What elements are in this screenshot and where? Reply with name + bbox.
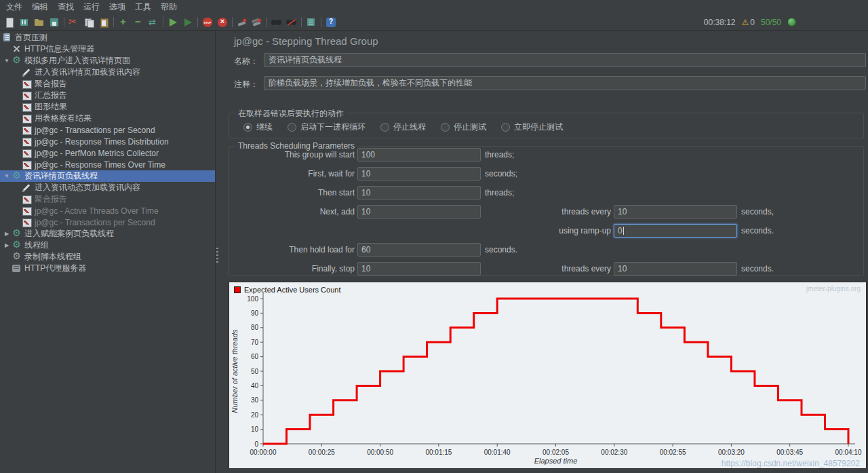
error-action-radio-1[interactable]: 启动下一进程循环 <box>288 121 366 133</box>
menu-item-0[interactable]: 文件 <box>1 0 27 14</box>
tree-item[interactable]: HTTP代理服务器 <box>0 263 215 274</box>
new-icon <box>4 17 15 28</box>
menu-item-5[interactable]: 工具 <box>130 0 156 14</box>
collapse-all-icon <box>133 17 144 28</box>
help-button[interactable] <box>323 16 338 29</box>
tree-item[interactable]: jp@gc - PerfMon Metrics Collector <box>0 147 215 159</box>
stop-button[interactable] <box>200 16 215 29</box>
start-no-pauses-button[interactable] <box>180 16 195 29</box>
cut-button[interactable] <box>66 16 81 29</box>
clear-button[interactable] <box>235 16 250 29</box>
collapse-arrow-icon[interactable]: ▼ <box>2 173 12 179</box>
proxy-icon <box>12 263 22 273</box>
paste-button[interactable] <box>96 16 111 29</box>
tree-item-label: jp@gc - Response Times Over Time <box>35 160 165 170</box>
tree-item[interactable]: 聚合报告 <box>0 193 215 205</box>
toolbar-separator <box>163 17 163 27</box>
toggle-button[interactable] <box>146 16 161 29</box>
scheduling-field[interactable]: 10 <box>614 205 737 219</box>
scheduling-field[interactable]: 60 <box>357 243 481 257</box>
collapse-all-button[interactable] <box>131 16 146 29</box>
tree-item[interactable]: jp@gc - Response Times Distribution <box>0 136 215 147</box>
svg-text:00:02:55: 00:02:55 <box>660 449 686 456</box>
tree-item[interactable]: 进入资讯动态页加载资讯内容 <box>0 182 215 193</box>
scheduling-field[interactable]: 10 <box>614 262 737 276</box>
function-helper-button[interactable] <box>304 16 319 29</box>
start-no-pauses-icon <box>182 17 193 28</box>
error-action-radio-3[interactable]: 停止测试 <box>441 121 486 133</box>
scheduling-field-focused[interactable]: 0 <box>614 224 737 238</box>
scheduling-suffix: threads; <box>485 148 514 162</box>
copy-button[interactable] <box>81 16 96 29</box>
scheduling-field[interactable]: 10 <box>357 262 481 276</box>
tree-item-label: jp@gc - Response Times Distribution <box>35 137 169 147</box>
tree-item[interactable]: ▼资讯详情页负载线程 <box>0 170 215 182</box>
listener-icon <box>22 102 32 112</box>
tree-item[interactable]: jp@gc - Response Times Over Time <box>0 159 215 170</box>
expand-all-button[interactable] <box>116 16 131 29</box>
tree-item-label: 用表格察看结果 <box>35 113 92 124</box>
tree-item[interactable]: ▶进入赋能案例页负载线程 <box>0 228 215 240</box>
save-button[interactable] <box>47 16 62 29</box>
plan-icon <box>2 33 12 43</box>
error-action-radio-2[interactable]: 停止线程 <box>380 121 426 133</box>
gear-gray-icon <box>12 252 22 262</box>
tree-item[interactable]: jp@gc - Active Threads Over Time <box>0 205 215 216</box>
radio-icon <box>288 123 296 132</box>
pencil-icon <box>22 67 32 77</box>
error-action-radio-0[interactable]: 继续 <box>243 121 273 133</box>
open-button[interactable] <box>32 16 47 29</box>
new-button[interactable] <box>2 16 17 29</box>
tree-item[interactable]: ▼模拟多用户进入资讯详情页面 <box>0 55 215 67</box>
tree-item[interactable]: 图形结果 <box>0 101 215 113</box>
start-button[interactable] <box>165 16 180 29</box>
scheduling-field[interactable]: 10 <box>357 167 481 181</box>
tree-item[interactable]: HTTP信息头管理器 <box>0 43 215 55</box>
tree-item[interactable]: 进入资讯详情页加载资讯内容 <box>0 67 215 78</box>
svg-text:20: 20 <box>251 411 259 419</box>
tree-item[interactable]: 汇总报告 <box>0 90 215 101</box>
menu-item-3[interactable]: 运行 <box>79 0 104 14</box>
toolbar-separator <box>113 17 114 27</box>
scheduling-field[interactable]: 100 <box>357 148 481 162</box>
tree-item[interactable]: 首页压测 <box>0 32 215 43</box>
clear-all-button[interactable] <box>250 16 264 29</box>
templates-button[interactable] <box>17 16 32 29</box>
menu-item-6[interactable]: 帮助 <box>156 0 182 14</box>
scheduling-row: Then start10threads; <box>219 186 868 200</box>
tree-item[interactable]: 用表格察看结果 <box>0 113 215 124</box>
tree-item[interactable]: jp@gc - Transactions per Second <box>0 216 215 228</box>
menu-item-4[interactable]: 选项 <box>104 0 130 14</box>
tree-item[interactable]: 录制脚本线程组 <box>0 251 215 263</box>
tree-item-label: 汇总报告 <box>35 90 67 101</box>
tree-item[interactable]: 聚合报告 <box>0 78 215 90</box>
menu-item-1[interactable]: 编辑 <box>27 0 53 14</box>
shutdown-button[interactable] <box>215 16 230 29</box>
splitter-grip-icon[interactable] <box>216 248 218 263</box>
clear-all-icon <box>252 17 262 28</box>
scheduling-suffix: seconds. <box>741 224 774 238</box>
name-field[interactable]: 资讯详情页负载线程 <box>264 53 866 67</box>
save-icon <box>49 17 60 28</box>
toolbar-buttons <box>2 14 338 30</box>
search-button[interactable] <box>269 16 284 29</box>
tree-item[interactable]: ▶线程组 <box>0 240 215 251</box>
tree-item-label: 线程组 <box>24 240 49 251</box>
comment-field[interactable]: 阶梯负载场景，持续增加负载，检验在不同负载下的性能 <box>264 76 866 90</box>
log-warning-indicator[interactable]: 0 <box>742 18 755 27</box>
error-action-options: 继续启动下一进程循环停止线程停止测试立即停止测试 <box>243 120 563 134</box>
scheduling-row: This group will start100threads; <box>219 148 868 162</box>
expand-arrow-icon[interactable]: ▶ <box>2 242 12 248</box>
collapse-arrow-icon[interactable]: ▼ <box>2 58 12 64</box>
search-reset-button[interactable] <box>284 16 299 29</box>
listener-icon <box>22 90 32 100</box>
stop-icon <box>202 17 213 28</box>
error-action-radio-4[interactable]: 立即停止测试 <box>501 121 563 133</box>
scheduling-row: Finally, stop10threads every10seconds. <box>219 262 868 276</box>
menu-item-2[interactable]: 查找 <box>53 0 79 14</box>
status-cluster: 00:38:12 0 50/50 <box>704 14 796 30</box>
scheduling-field[interactable]: 10 <box>357 205 481 219</box>
tree-item[interactable]: jp@gc - Transactions per Second <box>0 124 215 136</box>
scheduling-field[interactable]: 10 <box>357 186 481 200</box>
expand-arrow-icon[interactable]: ▶ <box>2 231 12 237</box>
